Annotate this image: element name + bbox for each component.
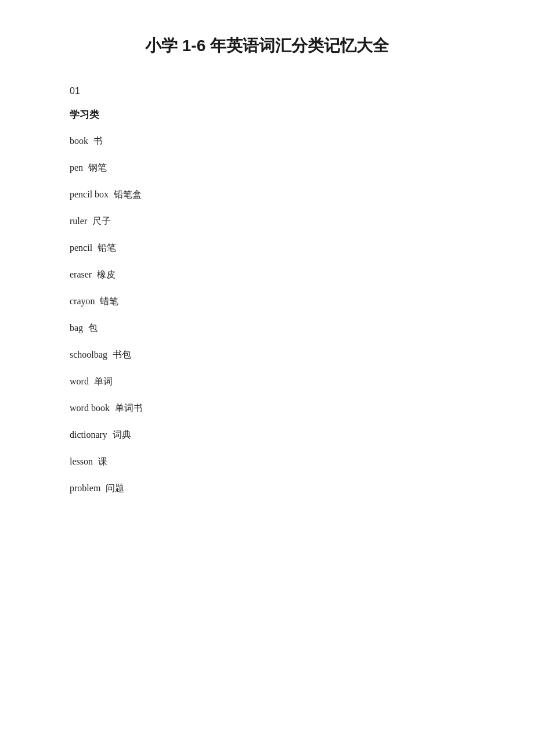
vocab-item: eraser 橡皮 (70, 268, 464, 282)
vocab-item: ruler 尺子 (70, 214, 464, 228)
vocab-item: word book 单词书 (70, 401, 464, 415)
vocab-english: word book (70, 403, 110, 413)
vocab-chinese: 铅笔盒 (109, 189, 142, 199)
vocab-chinese: 问题 (100, 483, 124, 493)
vocab-item: dictionary 词典 (70, 428, 464, 442)
vocab-item: pen 钢笔 (70, 161, 464, 175)
vocab-chinese: 钢笔 (83, 163, 107, 172)
vocab-item: crayon 蜡笔 (70, 294, 464, 308)
vocab-english: pen (70, 163, 83, 172)
vocab-english: eraser (70, 269, 92, 279)
vocab-chinese: 单词书 (110, 403, 143, 413)
vocab-item: problem 问题 (70, 481, 464, 495)
vocab-chinese: 蜡笔 (95, 296, 119, 306)
page-title: 小学 1-6 年英语词汇分类记忆大全 (70, 35, 464, 57)
vocab-english: word (70, 376, 89, 386)
vocab-chinese: 书 (88, 136, 103, 146)
vocab-chinese: 单词 (89, 376, 113, 386)
vocab-chinese: 尺子 (87, 216, 111, 226)
vocab-english: bag (70, 323, 83, 333)
vocab-english: book (70, 136, 88, 146)
vocab-list: book 书pen 钢笔pencil box 铅笔盒ruler 尺子pencil… (70, 134, 464, 495)
vocab-item: pencil box 铅笔盒 (70, 188, 464, 201)
section-number: 01 (70, 86, 464, 96)
vocab-chinese: 橡皮 (92, 269, 116, 279)
vocab-english: crayon (70, 296, 95, 306)
vocab-item: lesson 课 (70, 455, 464, 469)
vocab-item: bag 包 (70, 321, 464, 335)
vocab-chinese: 词典 (107, 430, 131, 440)
vocab-chinese: 课 (93, 456, 107, 466)
vocab-english: pencil box (70, 189, 109, 199)
vocab-chinese: 书包 (107, 350, 131, 359)
vocab-chinese: 铅笔 (92, 243, 116, 253)
vocab-item: schoolbag 书包 (70, 348, 464, 362)
vocab-chinese: 包 (83, 323, 98, 333)
vocab-english: dictionary (70, 430, 107, 440)
vocab-english: schoolbag (70, 350, 107, 359)
vocab-english: problem (70, 483, 100, 493)
vocab-english: lesson (70, 456, 93, 466)
vocab-english: pencil (70, 243, 92, 253)
vocab-item: pencil 铅笔 (70, 241, 464, 255)
vocab-item: word 单词 (70, 375, 464, 388)
vocab-item: book 书 (70, 134, 464, 148)
section-heading: 学习类 (70, 108, 464, 121)
vocab-english: ruler (70, 216, 87, 226)
